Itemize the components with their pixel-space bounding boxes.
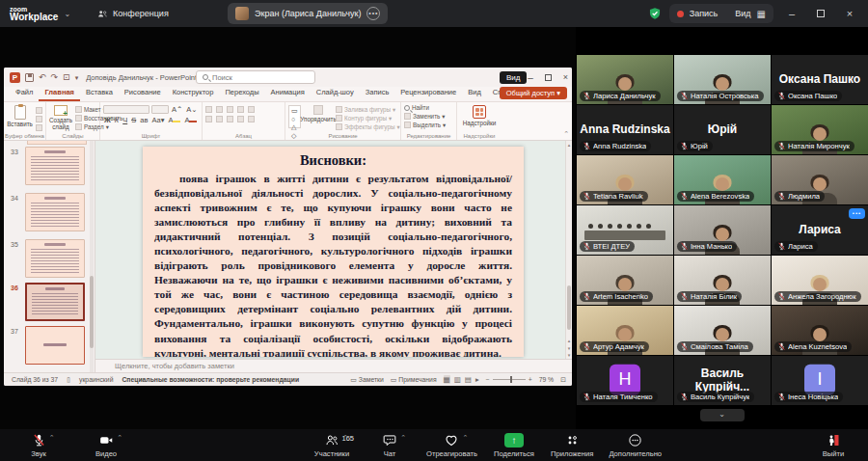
- font-color-button[interactable]: А: [183, 116, 198, 124]
- participant-tile[interactable]: Людмила: [772, 155, 868, 204]
- start-presentation-icon[interactable]: ⊡: [63, 73, 70, 82]
- participant-tile[interactable]: Наталія Островська: [674, 55, 771, 104]
- ppt-restore-button[interactable]: [545, 74, 552, 81]
- align-center-button[interactable]: [216, 116, 223, 122]
- participant-tile[interactable]: Alena Kuznetsova: [772, 306, 868, 355]
- paste-button[interactable]: Вставить: [7, 105, 33, 127]
- chevron-down-icon[interactable]: ⌄: [64, 10, 70, 18]
- ppt-tab-запись[interactable]: Запись: [360, 86, 395, 101]
- shape-outline-button[interactable]: Контур фигуры ▾: [336, 115, 400, 122]
- decrease-indent-button[interactable]: [227, 106, 233, 113]
- slide-thumbnail-33[interactable]: 33: [4, 147, 95, 185]
- language-indicator[interactable]: украинский: [79, 376, 113, 383]
- comments-toggle[interactable]: ▭ Примечания: [391, 376, 437, 384]
- slide-thumbnail-36[interactable]: 36: [4, 283, 95, 321]
- justify-button[interactable]: [237, 116, 244, 122]
- participant-tile[interactable]: Anna RudzinskaAnna Rudzinska: [577, 105, 673, 154]
- participant-tile[interactable]: Анжела Загороднюк: [772, 256, 868, 305]
- slide-scrollbar[interactable]: ▴ ▴ ▾ ▾: [565, 141, 572, 359]
- fit-to-window-icon[interactable]: ⊡: [560, 376, 566, 384]
- participant-tile[interactable]: Інна Манько: [674, 205, 771, 255]
- slide-36[interactable]: Висновки: поява іграшок в житті дитини є…: [143, 147, 524, 357]
- grow-font-button[interactable]: А⌃: [171, 105, 183, 114]
- shape-fill-button[interactable]: Заливка фигуры ▾: [336, 106, 400, 113]
- normal-view-button[interactable]: ▦: [444, 375, 450, 384]
- ppt-tab-конструктор[interactable]: Конструктор: [167, 86, 220, 101]
- thumbnails-scrollbar[interactable]: [90, 141, 94, 372]
- italic-button[interactable]: К: [114, 116, 120, 124]
- participant-tile[interactable]: Смаілова Таміла: [674, 306, 771, 355]
- meeting-tab[interactable]: Конференция: [97, 9, 169, 19]
- character-spacing-button[interactable]: ав: [139, 116, 149, 124]
- bullets-button[interactable]: [205, 106, 212, 113]
- participants-button[interactable]: 165⌃Участники: [311, 433, 353, 458]
- arrange-button[interactable]: Упорядочить: [304, 105, 333, 122]
- zoom-slider[interactable]: −+: [486, 376, 532, 383]
- participant-tile[interactable]: Лариса Данильчук: [577, 55, 673, 104]
- chevron-up-icon[interactable]: ⌃: [49, 434, 55, 442]
- bold-button[interactable]: Ж: [103, 116, 112, 124]
- security-shield-icon[interactable]: [648, 7, 662, 20]
- ppt-tab-главная[interactable]: Главная: [39, 86, 80, 101]
- zoom-percent[interactable]: 79 %: [539, 376, 555, 383]
- copy-button[interactable]: [36, 116, 42, 122]
- ellipsis-icon[interactable]: •••: [366, 7, 380, 20]
- ppt-tab-слайд-шоу[interactable]: Слайд-шоу: [311, 86, 360, 101]
- share-button[interactable]: ↑Поделиться: [493, 433, 535, 458]
- participant-tile[interactable]: Лариса•••Лариса: [772, 205, 868, 255]
- slide-thumbnail-35[interactable]: 35: [4, 239, 95, 278]
- search-input[interactable]: Поиск: [196, 70, 315, 84]
- participant-tile[interactable]: Tetiana Ravliuk: [577, 155, 673, 204]
- participant-tile[interactable]: ННаталя Тимченко: [577, 356, 673, 405]
- ppt-close-button[interactable]: ×: [563, 72, 568, 82]
- align-left-button[interactable]: [205, 116, 212, 122]
- react-button[interactable]: ⌃Отреагировать: [426, 433, 477, 458]
- accessibility-status[interactable]: Специальные возможности: проверьте реком…: [122, 376, 299, 383]
- ppt-tab-рецензирование[interactable]: Рецензирование: [394, 86, 462, 101]
- reading-view-button[interactable]: ▤: [465, 375, 472, 384]
- ppt-minimize-button[interactable]: –: [528, 72, 533, 83]
- underline-button[interactable]: Ч: [122, 116, 128, 124]
- align-right-button[interactable]: [227, 116, 233, 122]
- shape-effects-button[interactable]: Эффекты фигуры ▾: [336, 123, 400, 130]
- font-name-combo[interactable]: [103, 105, 149, 114]
- participant-tile[interactable]: Artem Isachenko: [577, 256, 673, 305]
- slide-sorter-view-button[interactable]: ▥: [454, 375, 461, 384]
- notes-pane[interactable]: Щелкните, чтобы добавить заметки: [95, 359, 572, 372]
- participant-tile[interactable]: ІІнеса Новіцька: [772, 356, 868, 405]
- participant-tile[interactable]: Василь Купрійч...Василь Купрійчук: [674, 356, 771, 405]
- zoom-workplace-logo[interactable]: zoom Workplace ⌄: [10, 6, 70, 22]
- participant-tile[interactable]: Наталія Білик: [674, 256, 771, 305]
- change-case-button[interactable]: Аа▾: [150, 116, 165, 124]
- redo-icon[interactable]: ↷: [51, 73, 59, 82]
- collapse-gallery-button[interactable]: ⌄: [700, 409, 745, 421]
- ppt-tab-рисование[interactable]: Рисование: [119, 86, 167, 101]
- slide-thumbnail-37[interactable]: 37: [4, 326, 95, 365]
- qat-dropdown-icon[interactable]: ▾: [75, 74, 79, 81]
- participant-tile[interactable]: Артур Адамчук: [577, 306, 673, 355]
- participant-tile[interactable]: ЮрійЮрій: [674, 105, 771, 154]
- participant-tile[interactable]: Alena Berezovska: [674, 155, 771, 204]
- chevron-up-icon[interactable]: ⌃: [400, 434, 406, 442]
- slideshow-button[interactable]: ▸: [475, 375, 479, 384]
- increase-indent-button[interactable]: [237, 106, 244, 113]
- ppt-tab-анимация[interactable]: Анимация: [265, 86, 311, 101]
- cut-button[interactable]: [36, 107, 42, 114]
- video-button[interactable]: ⌃Видео: [85, 433, 127, 458]
- find-button[interactable]: Найти: [404, 104, 429, 111]
- chevron-up-icon[interactable]: ⌃: [117, 434, 122, 442]
- ppt-tab-переходы[interactable]: Переходы: [219, 86, 264, 101]
- recording-indicator[interactable]: Запись Вид ▦: [669, 4, 773, 23]
- more-options-button[interactable]: •••: [849, 208, 865, 219]
- spellcheck-icon[interactable]: ▯: [67, 376, 70, 384]
- line-spacing-button[interactable]: [248, 106, 255, 113]
- restore-button[interactable]: [810, 8, 831, 19]
- save-icon[interactable]: [25, 73, 34, 82]
- strikethrough-button[interactable]: S: [130, 116, 137, 124]
- ppt-tab-вставка[interactable]: Вставка: [80, 86, 119, 101]
- columns-button[interactable]: [248, 116, 255, 122]
- ppt-tab-вид[interactable]: Вид: [462, 86, 487, 101]
- active-share-pill[interactable]: Экран (Лариса Данильчук) •••: [228, 3, 388, 24]
- participant-tile[interactable]: Наталія Мирончук: [772, 105, 868, 154]
- new-slide-button[interactable]: Создать слайд: [49, 105, 72, 130]
